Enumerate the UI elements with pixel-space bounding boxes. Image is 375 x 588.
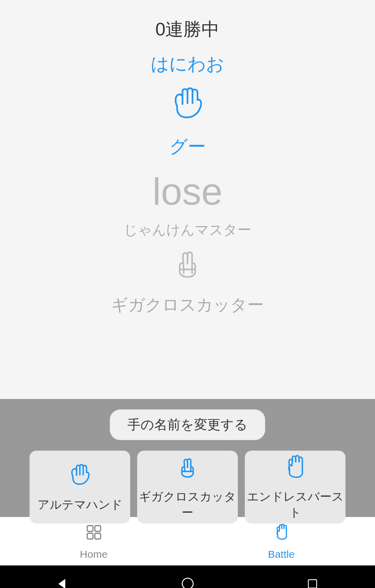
svg-marker-12 — [58, 579, 65, 588]
player-hand-icon — [167, 83, 208, 131]
battle-icon — [272, 523, 291, 547]
change-name-button[interactable]: 手の名前を変更する — [110, 409, 265, 440]
tab-battle[interactable]: Battle — [188, 517, 375, 565]
nav-back-button[interactable] — [49, 570, 76, 588]
hand-choice-scissors-button[interactable]: ギガクロスカッター — [137, 451, 238, 523]
hand-choices-container: アルテマハンド ギガクロスカッター — [7, 451, 368, 523]
player-name: はにわお — [151, 52, 224, 76]
scissors-choice-label: ギガクロスカッター — [137, 489, 238, 521]
nav-recents-button[interactable] — [299, 570, 326, 588]
svg-point-13 — [182, 578, 193, 588]
tab-home-label: Home — [80, 548, 108, 560]
opponent-hand-icon — [168, 245, 207, 289]
home-icon — [84, 523, 103, 547]
hand-choice-paper-button[interactable]: エンドレスバースト — [245, 451, 345, 523]
rock-choice-icon — [66, 461, 94, 494]
win-streak-number: 0 — [156, 19, 166, 39]
player-hand-name: グー — [169, 135, 206, 159]
bottom-panel: 手の名前を変更する アルテマハンド — [0, 399, 375, 517]
svg-rect-11 — [95, 533, 101, 539]
paper-choice-label: エンドレスバースト — [245, 489, 345, 521]
tab-bar: Home Battle — [0, 517, 375, 565]
result-text: lose — [152, 169, 223, 213]
tab-battle-label: Battle — [268, 548, 295, 560]
paper-choice-icon — [281, 453, 309, 486]
win-streak-label: 連勝中 — [165, 19, 219, 39]
system-nav-bar — [0, 565, 375, 588]
opponent-hand-name: ギガクロスカッター — [111, 294, 264, 316]
svg-rect-10 — [87, 533, 93, 539]
scissors-choice-icon — [174, 453, 201, 486]
rock-choice-label: アルテマハンド — [38, 497, 123, 513]
svg-rect-14 — [308, 580, 317, 588]
nav-home-button[interactable] — [174, 570, 201, 588]
tab-home[interactable]: Home — [0, 517, 188, 565]
hand-choice-rock-button[interactable]: アルテマハンド — [30, 451, 130, 523]
opponent-name: じゃんけんマスター — [124, 220, 251, 239]
svg-rect-8 — [87, 526, 93, 531]
win-streak-display: 0連勝中 — [156, 17, 220, 42]
main-content: 0連勝中 はにわお グー lose じゃんけんマスター — [0, 0, 375, 399]
svg-rect-9 — [95, 526, 101, 531]
